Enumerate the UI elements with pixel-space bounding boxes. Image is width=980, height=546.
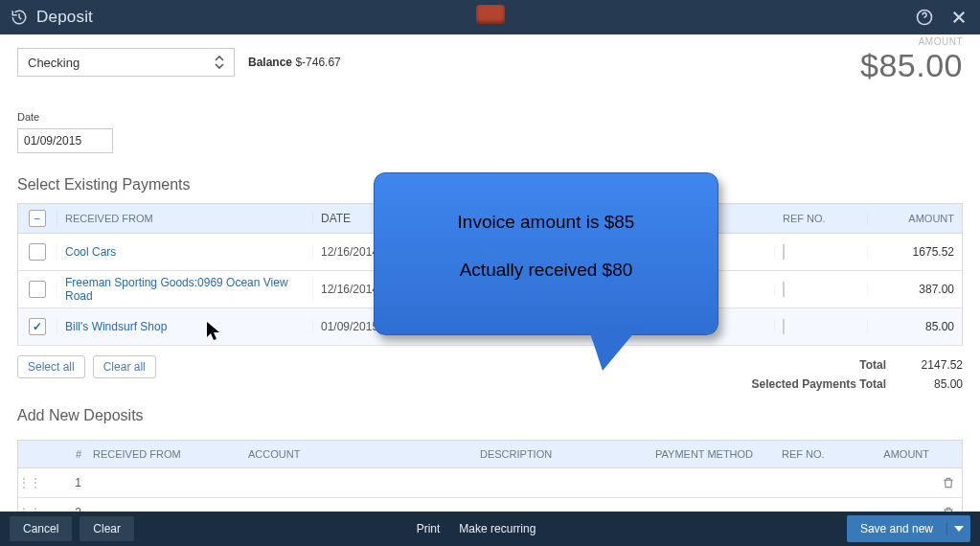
received-from-link[interactable]: Cool Cars (65, 245, 116, 259)
received-from-link[interactable]: Bill's Windsurf Shop (65, 320, 167, 333)
trash-icon[interactable] (935, 476, 962, 489)
callout-line-2: Actually received $80 (394, 260, 698, 281)
deposits-header-row: # RECEIVED FROM ACCOUNT DESCRIPTION PAYM… (18, 441, 962, 468)
callout-bubble: Invoice amount is $85 Actually received … (374, 172, 718, 335)
col-ref-no: REF NO. (775, 213, 868, 224)
make-recurring-link[interactable]: Make recurring (459, 522, 536, 535)
toggle-all-checkbox[interactable]: − (29, 210, 46, 227)
selected-total-value: 85.00 (886, 375, 963, 394)
balance-text: Balance $-746.67 (248, 56, 341, 69)
footer-bar: Cancel Clear Print Make recurring Save a… (0, 512, 980, 546)
new-deposits-title: Add New Deposits (17, 407, 963, 424)
callout-line-1: Invoice amount is $85 (394, 212, 698, 233)
col-amount: AMOUNT (855, 448, 935, 460)
row-checkbox[interactable]: ✓ (29, 318, 46, 335)
balance-label: Balance (248, 56, 292, 69)
row-amount: 387.00 (868, 283, 962, 296)
cancel-button[interactable]: Cancel (10, 516, 72, 541)
history-icon[interactable] (10, 8, 29, 27)
col-description: DESCRIPTION (474, 448, 650, 460)
save-dropdown[interactable] (947, 526, 970, 532)
received-from-link[interactable]: Freeman Sporting Goods:0969 Ocean View R… (65, 276, 288, 303)
date-value: 01/09/2015 (24, 134, 81, 148)
col-ref-no: REF NO. (776, 448, 855, 460)
ref-input[interactable] (783, 319, 785, 334)
center-ornament (476, 5, 505, 24)
row-amount: 1675.52 (868, 245, 962, 259)
deposit-row[interactable]: ⋮⋮ 1 (18, 468, 962, 498)
col-amount: AMOUNT (868, 213, 962, 224)
save-split-button: Save and new (847, 515, 970, 542)
caret-icon (215, 56, 224, 69)
total-value: 2147.52 (886, 355, 963, 375)
col-num: # (41, 448, 87, 460)
amount-value: $85.00 (860, 47, 963, 84)
col-received-from: RECEIVED FROM (57, 213, 313, 224)
select-all-button[interactable]: Select all (17, 355, 85, 378)
row-checkbox[interactable] (29, 281, 46, 298)
titlebar: Deposit (0, 0, 980, 34)
help-icon[interactable] (913, 6, 936, 29)
amount-label: AMOUNT (860, 36, 963, 47)
print-link[interactable]: Print (417, 522, 441, 535)
save-button[interactable]: Save and new (847, 522, 947, 535)
totals-block: Total2147.52 Selected Payments Total85.0… (752, 355, 964, 394)
total-label: Total (859, 358, 886, 372)
ref-input[interactable] (783, 282, 785, 297)
close-icon[interactable] (947, 6, 970, 29)
ref-input[interactable] (783, 244, 785, 260)
clear-all-button[interactable]: Clear all (93, 355, 156, 378)
col-payment-method: PAYMENT METHOD (650, 448, 776, 460)
row-amount: 85.00 (868, 320, 962, 333)
clear-button[interactable]: Clear (80, 516, 134, 541)
date-input[interactable]: 01/09/2015 (17, 128, 113, 153)
row-number: 1 (41, 476, 87, 489)
balance-value: $-746.67 (295, 56, 340, 69)
account-select-value: Checking (28, 56, 80, 70)
account-select[interactable]: Checking (17, 48, 235, 77)
date-label: Date (17, 111, 963, 123)
grip-icon[interactable]: ⋮⋮ (18, 476, 41, 489)
page-title: Deposit (36, 8, 93, 27)
row-checkbox[interactable] (29, 243, 46, 261)
col-received-from: RECEIVED FROM (87, 448, 242, 460)
selected-total-label: Selected Payments Total (752, 377, 887, 391)
col-account: ACCOUNT (242, 448, 474, 460)
